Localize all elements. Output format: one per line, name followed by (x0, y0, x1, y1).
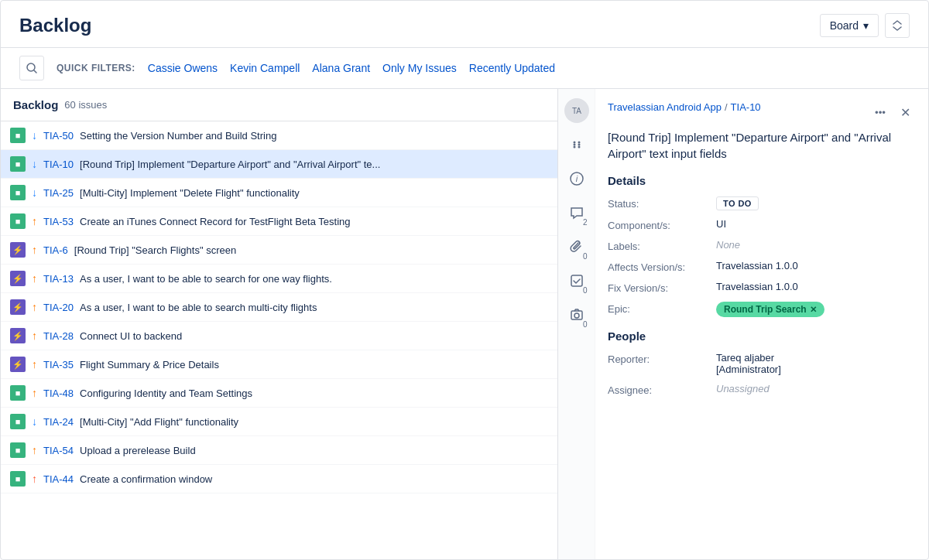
subtask-icon: ⚡ (10, 357, 26, 372)
status-label: Status: (608, 196, 716, 210)
labels-value: None (716, 239, 916, 251)
story-icon: ■ (10, 385, 26, 401)
breadcrumb-separator: / (725, 101, 728, 113)
backlog-label: Backlog (13, 98, 58, 111)
svg-point-3 (573, 142, 575, 144)
svg-point-7 (573, 144, 575, 146)
search-button[interactable] (19, 56, 44, 80)
issue-key: TIA-35 (43, 359, 74, 370)
detail-panel: TA i (558, 89, 928, 559)
priority-up-icon: ↑ (32, 301, 37, 313)
info-icon[interactable]: i (564, 166, 589, 191)
checklist-svg-icon (570, 274, 584, 288)
breadcrumb-issue-key[interactable]: TIA-10 (731, 101, 761, 113)
issue-key: TIA-48 (43, 388, 74, 399)
svg-point-6 (578, 146, 580, 149)
filter-myissues[interactable]: Only My Issues (382, 62, 457, 74)
avatar-sidebar[interactable]: TA (564, 98, 589, 123)
filter-recent[interactable]: Recently Updated (469, 62, 555, 74)
table-row[interactable]: ■ ↑ TIA-48 Configuring Identity and Team… (1, 379, 557, 408)
table-row[interactable]: ⚡ ↑ TIA-20 As a user, I want to be able … (1, 293, 557, 322)
capture-icon[interactable]: 0 (564, 302, 589, 327)
issue-summary: Upload a prerelease Build (80, 445, 548, 456)
table-row[interactable]: ⚡ ↑ TIA-6 [Round Trip] "Search Flights" … (1, 236, 557, 265)
story-icon: ■ (10, 185, 26, 200)
priority-up-icon: ↑ (32, 330, 37, 342)
svg-point-13 (574, 313, 579, 318)
table-row[interactable]: ■ ↓ TIA-24 [Multi-City] "Add Flight" fun… (1, 408, 557, 436)
epic-badge[interactable]: Round Trip Search ✕ (716, 302, 824, 317)
issue-key: TIA-20 (43, 302, 74, 313)
reporter-row: Reporter: Tareq aljaber [Administrator] (608, 352, 916, 375)
affects-value: Travelassian 1.0.0 (716, 260, 916, 271)
attachment-icon[interactable]: 0 (564, 234, 589, 259)
table-row[interactable]: ⚡ ↑ TIA-13 As a user, I want to be able … (1, 265, 557, 293)
comment-icon[interactable]: 2 (564, 200, 589, 225)
breadcrumb: Travelassian Android App / TIA-10 (608, 101, 869, 113)
capture-count: 0 (583, 320, 588, 329)
svg-text:TA: TA (571, 107, 581, 115)
table-row[interactable]: ■ ↑ TIA-53 Create an iTunes Connect Reco… (1, 207, 557, 236)
table-row[interactable]: ⚡ ↑ TIA-35 Flight Summary & Price Detail… (1, 350, 557, 379)
epic-remove-icon[interactable]: ✕ (810, 305, 817, 315)
drag-handle-icon (564, 132, 589, 157)
issue-summary: [Multi-City] Implement "Delete Flight" f… (80, 187, 548, 199)
avatar-icon: TA (564, 98, 589, 123)
story-icon: ■ (10, 442, 26, 458)
collapse-button[interactable] (885, 13, 910, 38)
table-row[interactable]: ■ ↓ TIA-25 [Multi-City] Implement "Delet… (1, 179, 557, 207)
affects-row: Affects Version/s: Travelassian 1.0.0 (608, 260, 916, 273)
story-icon: ■ (10, 213, 26, 229)
details-section-title: Details (608, 174, 916, 187)
reporter-value: Tareq aljaber [Administrator] (716, 352, 916, 375)
priority-down-icon: ↓ (32, 129, 37, 142)
issue-list: ■ ↓ TIA-50 Setting the Version Number an… (1, 121, 557, 559)
filter-bar: QUICK FILTERS: Cassie Owens Kevin Campel… (1, 48, 928, 89)
priority-down-icon: ↓ (32, 186, 37, 199)
board-label: Board (830, 19, 859, 32)
issue-summary: As a user, I want to be able to search m… (80, 302, 548, 313)
priority-up-icon: ↑ (32, 444, 37, 456)
issue-key: TIA-10 (43, 159, 74, 170)
svg-rect-11 (571, 275, 582, 286)
issue-summary: Setting the Version Number and Build Str… (80, 130, 548, 142)
board-button[interactable]: Board ▾ (820, 14, 879, 37)
breadcrumb-project[interactable]: Travelassian Android App (608, 101, 722, 113)
table-row[interactable]: ■ ↓ TIA-10 [Round Trip] Implement "Depar… (1, 150, 557, 179)
filter-cassie[interactable]: Cassie Owens (148, 62, 218, 74)
issue-summary: Create an iTunes Connect Record for Test… (80, 216, 548, 227)
issue-key: TIA-44 (43, 473, 74, 485)
checklist-icon[interactable]: 0 (564, 268, 589, 293)
quick-filters-label: QUICK FILTERS: (57, 63, 135, 73)
priority-critical-icon: ↑ (32, 473, 37, 485)
issue-key: TIA-13 (43, 273, 74, 285)
table-row[interactable]: ■ ↑ TIA-54 Upload a prerelease Build (1, 436, 557, 465)
priority-up-icon: ↑ (32, 215, 37, 227)
attachment-count: 0 (583, 252, 588, 261)
search-icon (26, 62, 38, 74)
status-badge[interactable]: TO DO (716, 196, 759, 210)
labels-row: Labels: None (608, 239, 916, 252)
issue-summary: Create a confirmation window (80, 473, 548, 485)
fix-row: Fix Version/s: Travelassian 1.0.0 (608, 281, 916, 294)
table-row[interactable]: ■ ↓ TIA-50 Setting the Version Number an… (1, 121, 557, 150)
story-icon: ■ (10, 128, 26, 143)
priority-up-icon: ↑ (32, 358, 37, 370)
filter-alana[interactable]: Alana Grant (312, 62, 370, 74)
table-row[interactable]: ⚡ ↑ TIA-28 Connect UI to backend (1, 322, 557, 350)
svg-point-8 (578, 144, 580, 146)
filter-kevin[interactable]: Kevin Campell (230, 62, 300, 74)
info-svg-icon: i (570, 172, 584, 186)
assignee-row: Assignee: Unassigned (608, 383, 916, 396)
more-options-button[interactable]: ••• (869, 101, 891, 123)
table-row[interactable]: ■ ↑ TIA-44 Create a confirmation window (1, 465, 557, 493)
subtask-icon: ⚡ (10, 242, 26, 258)
issue-key: TIA-53 (43, 216, 74, 227)
comment-svg-icon (570, 206, 584, 220)
close-detail-button[interactable]: ✕ (894, 101, 916, 123)
assignee-label: Assignee: (608, 383, 716, 396)
epic-label: Epic: (608, 302, 716, 315)
epic-value: Round Trip Search ✕ (716, 302, 916, 317)
header-actions: Board ▾ (820, 13, 910, 38)
fix-value: Travelassian 1.0.0 (716, 281, 916, 292)
